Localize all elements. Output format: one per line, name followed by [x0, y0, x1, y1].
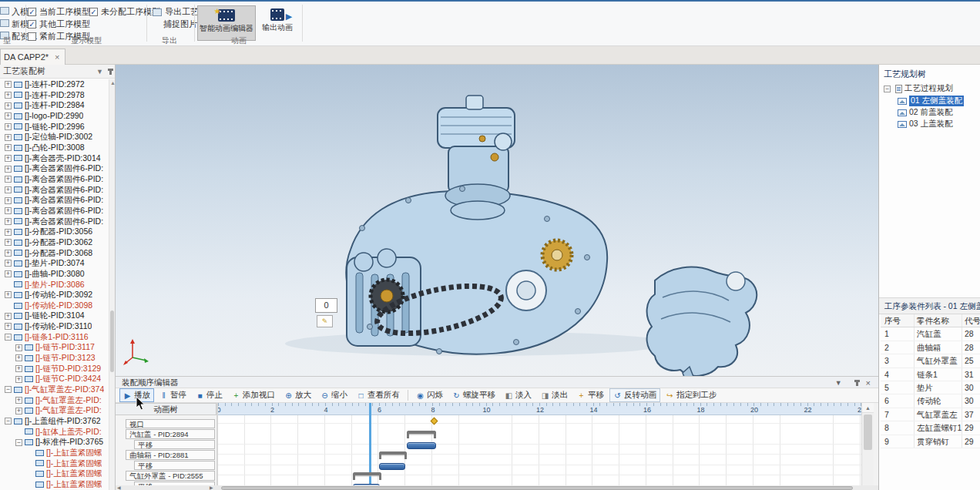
chevron-down-icon[interactable]: ▼ — [835, 378, 842, 388]
tree-item[interactable]: +[]-传动轮-PID:3092 — [0, 290, 109, 300]
tree-item[interactable]: −[]-链条1-PID:3116 — [0, 332, 109, 343]
track-action-row[interactable]: 平移 — [134, 461, 215, 470]
scrollbar-thumb[interactable] — [110, 310, 114, 372]
tree-item[interactable]: +[]-气缸罩盖左-PID: — [0, 405, 109, 416]
track-part-row[interactable]: 视口 — [126, 419, 215, 428]
timeline-horizontal-scrollbar[interactable]: ◀ ▶ — [116, 485, 878, 490]
expand-icon[interactable]: + — [5, 81, 12, 88]
expand-icon[interactable]: + — [15, 376, 22, 383]
toolbar-button-8[interactable]: ↻螺旋平移 — [448, 388, 499, 402]
gantt-duration-bracket[interactable] — [407, 431, 436, 438]
expand-icon[interactable]: + — [5, 134, 12, 141]
expand-icon[interactable]: + — [15, 408, 22, 414]
output-animation-button[interactable]: ▶ 输出动画 — [257, 5, 297, 41]
expand-icon[interactable]: + — [5, 102, 12, 109]
table-row[interactable]: 4链条131 — [881, 368, 980, 381]
checkbox-unassigned-process-model[interactable]: ✓未分配工序模型 — [89, 6, 160, 18]
table-row[interactable]: 1汽缸盖28 — [881, 327, 980, 341]
expand-icon[interactable]: + — [5, 144, 12, 151]
toolbar-button-11[interactable]: +平移 — [573, 388, 608, 402]
tree-item[interactable]: +[]-垫片-PID:3074 — [0, 258, 109, 269]
table-row[interactable]: 2曲轴箱28 — [881, 341, 980, 354]
expand-icon[interactable]: + — [5, 313, 12, 320]
tree-item[interactable]: +[]-链节-PID:3123 — [0, 353, 109, 364]
close-icon[interactable]: × — [866, 378, 871, 388]
collapse-icon[interactable]: − — [5, 386, 12, 393]
table-row[interactable]: 3气缸外罩盖25 — [881, 354, 980, 368]
3d-viewport[interactable]: 0 ✎ — [116, 65, 878, 376]
expand-icon[interactable]: + — [5, 92, 12, 99]
expand-icon[interactable]: + — [5, 218, 12, 225]
expand-icon[interactable]: + — [5, 123, 12, 130]
tree-item[interactable]: +[]-链轮-PID:3104 — [0, 310, 109, 321]
column-header[interactable]: 序号 — [881, 314, 915, 327]
tree-item[interactable]: +[]-连杆-PID:2984 — [0, 100, 109, 111]
expand-icon[interactable]: + — [5, 197, 12, 204]
tree-item[interactable]: []-上缸盖紧固螺 — [0, 468, 109, 479]
tree-item[interactable]: +[]-离合器壳-PID:3014 — [0, 153, 109, 164]
toolbar-button-3[interactable]: +添加视口 — [228, 388, 279, 402]
toolbar-button-1[interactable]: ‖暂停 — [156, 388, 190, 402]
expand-icon[interactable]: + — [15, 397, 22, 404]
scrollbar-thumb[interactable] — [864, 414, 872, 450]
expand-icon[interactable]: + — [15, 344, 22, 351]
column-header[interactable]: 零件名称 — [915, 314, 962, 327]
tree-item[interactable]: −[]-气缸罩盖左-PID:374 — [0, 384, 109, 395]
tree-item[interactable]: []-垫片-PID:3086 — [0, 279, 109, 290]
table-row[interactable]: 5垫片30 — [881, 381, 980, 394]
track-part-row[interactable]: ◢曲轴箱 - PID:2881 — [126, 450, 215, 459]
expand-icon[interactable]: + — [5, 186, 12, 193]
scroll-up-icon[interactable]: ▲ — [110, 80, 116, 86]
tree-item[interactable]: +[]-连杆-PID:2972 — [0, 79, 109, 90]
editor-title-bar[interactable]: 装配顺序编辑器 ▼ × — [116, 377, 878, 388]
export-process-button[interactable]: 导出工艺 — [153, 6, 199, 18]
expand-icon[interactable]: + — [5, 239, 12, 246]
chevron-down-icon[interactable]: ▼ — [96, 68, 103, 76]
toolbar-button-9[interactable]: ◧淡入 — [501, 388, 535, 402]
expand-icon[interactable]: + — [5, 291, 12, 298]
tree-item[interactable]: []-上缸盖紧固螺 — [0, 458, 109, 469]
checkbox-icon[interactable]: ✓ — [28, 8, 36, 16]
tree-item[interactable]: +[]-离合器紧固件6-PID: — [0, 185, 109, 196]
tree-item[interactable]: +[]-分配器-PID:3062 — [0, 237, 109, 248]
collapse-icon[interactable]: − — [15, 439, 22, 446]
tree-item[interactable]: +[]-链节D-PID:3129 — [0, 364, 109, 374]
expand-icon[interactable]: + — [5, 166, 12, 173]
tree-item[interactable]: +[]-logo-PID:2990 — [0, 111, 109, 122]
planning-step[interactable]: 01 左侧盖装配 — [898, 96, 964, 106]
gantt-bar[interactable] — [407, 442, 436, 449]
table-row[interactable]: 7气缸罩盖左37 — [881, 408, 980, 421]
tree-item[interactable]: +[]-链节C-PID:3424 — [0, 374, 109, 384]
tree-item[interactable]: +[]-离合器紧固件6-PID: — [0, 216, 109, 227]
expand-icon[interactable]: + — [5, 112, 12, 119]
tree-item[interactable]: []-传动轮-PID:3098 — [0, 300, 109, 311]
checkbox-icon[interactable] — [28, 32, 36, 41]
frame-value-box[interactable]: 0 — [315, 298, 337, 313]
expand-icon[interactable]: + — [15, 365, 22, 372]
tree-item[interactable]: +[]-离合器紧固件6-PID: — [0, 206, 109, 216]
planning-step[interactable]: 02 前盖装配 — [898, 107, 953, 118]
tree-item[interactable]: +[]-曲轴-PID:3080 — [0, 269, 109, 280]
scrollbar-thumb[interactable] — [221, 486, 853, 490]
expand-icon[interactable]: + — [5, 176, 12, 183]
tree-item[interactable]: +[]-分配器-PID:3056 — [0, 227, 109, 237]
tree-item[interactable]: +[]-连杆-PID:2978 — [0, 90, 109, 101]
checkbox-other-process-model[interactable]: ✓其他工序模型 — [28, 18, 90, 30]
table-row[interactable]: 6传动轮30 — [881, 394, 980, 408]
track-action-row[interactable]: 平移 — [134, 440, 215, 449]
tree-item[interactable]: +[]-链节-PID:3117 — [0, 342, 109, 353]
collapse-icon[interactable]: − — [884, 86, 891, 92]
tree-item[interactable]: +[]-定位轴-PID:3002 — [0, 132, 109, 143]
pin-icon[interactable] — [109, 69, 112, 75]
toolbar-button-10[interactable]: ◨淡出 — [537, 388, 572, 402]
gantt-duration-bracket[interactable] — [379, 451, 407, 459]
tree-item[interactable]: +[]-分配器-PID:3068 — [0, 248, 109, 259]
collapse-icon[interactable]: − — [5, 334, 12, 341]
table-row[interactable]: 8左缸盖螺钉129 — [881, 421, 980, 435]
scroll-right-icon[interactable]: ▶ — [210, 485, 213, 490]
capture-image-button[interactable]: 捕捉图片 — [163, 18, 197, 30]
gantt-duration-bracket[interactable] — [353, 472, 381, 480]
expand-icon[interactable]: + — [5, 270, 12, 277]
tree-item[interactable]: +[]-气缸罩盖左-PID: — [0, 395, 109, 406]
checkbox-current-process-model[interactable]: ✓当前工序模型 — [28, 6, 90, 18]
